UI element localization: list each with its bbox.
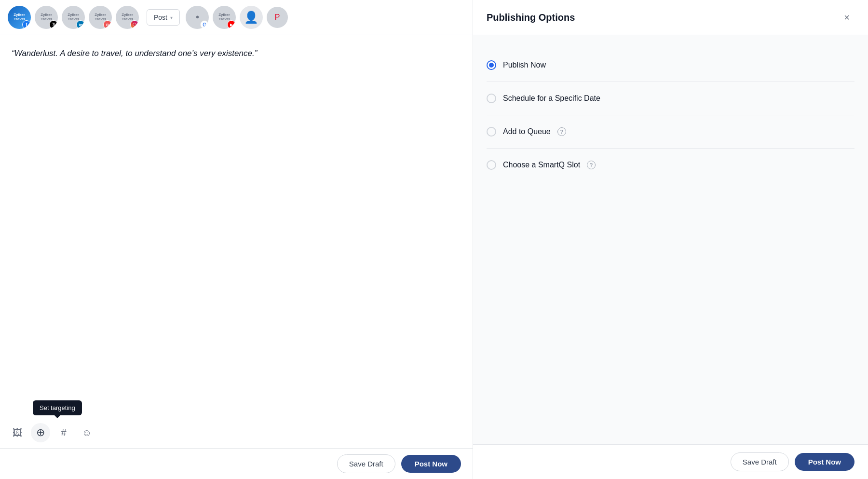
save-draft-button[interactable]: Save Draft: [337, 454, 395, 473]
user-icon: 👤: [244, 11, 258, 24]
avatar-pinterest[interactable]: P: [267, 7, 288, 28]
set-targeting-button[interactable]: ⊕: [31, 423, 50, 442]
avatar-label: ⊕: [196, 15, 199, 20]
hashtag-icon: #: [61, 427, 66, 438]
google-badge: G: [200, 20, 209, 29]
add-image-button[interactable]: 🖼: [8, 423, 27, 442]
bottom-toolbar: Set targeting 🖼 ⊕ # ☺: [0, 417, 473, 448]
add-hashtag-button[interactable]: #: [54, 423, 73, 442]
avatar-label: ZylkerTravel: [218, 13, 230, 22]
emoji-icon: ☺: [82, 427, 92, 438]
radio-add-queue[interactable]: [487, 127, 496, 137]
instagram-badge: ⬡: [130, 20, 139, 29]
options-list: Publish Now Schedule for a Specific Date…: [473, 35, 868, 195]
avatar-zylker-ig[interactable]: ZylkerTravel ⬡: [116, 6, 139, 29]
avatar-zylker-in[interactable]: ZylkerTravel in: [62, 6, 85, 29]
option-label-publish-now: Publish Now: [503, 61, 546, 69]
avatar-zylker-blog[interactable]: ZylkerTravel B: [89, 6, 112, 29]
linkedin-badge: in: [76, 20, 85, 29]
option-label-add-queue: Add to Queue: [503, 127, 551, 136]
avatar-label: ZylkerTravel: [41, 13, 52, 22]
panel-header: Publishing Options ×: [473, 0, 868, 35]
option-label-schedule-date: Schedule for a Specific Date: [503, 94, 600, 103]
panel-footer: Save Draft Post Now: [473, 444, 868, 479]
pinterest-icon: P: [275, 13, 280, 22]
option-label-smartq-slot: Choose a SmartQ Slot: [503, 161, 580, 169]
chevron-down-icon: ▾: [170, 15, 173, 20]
radio-smartq-slot[interactable]: [487, 160, 496, 170]
post-now-button[interactable]: Post Now: [401, 455, 461, 473]
panel-save-draft-button[interactable]: Save Draft: [731, 452, 789, 471]
radio-publish-now[interactable]: [487, 60, 496, 70]
avatar-user[interactable]: 👤: [240, 6, 263, 29]
radio-schedule-date[interactable]: [487, 94, 496, 103]
content-area: “Wanderlust. A desire to travel, to unde…: [0, 35, 473, 417]
blog-badge: B: [103, 20, 112, 29]
post-type-dropdown[interactable]: Post ▾: [147, 9, 180, 26]
publishing-options-panel: Publishing Options × Publish Now Schedul…: [473, 0, 868, 479]
add-emoji-button[interactable]: ☺: [77, 423, 96, 442]
x-badge: 𝕏: [49, 20, 58, 29]
panel-post-now-button[interactable]: Post Now: [795, 453, 854, 471]
option-smartq-slot[interactable]: Choose a SmartQ Slot ?: [487, 149, 854, 181]
option-publish-now[interactable]: Publish Now: [487, 49, 854, 82]
youtube-badge: ▶: [227, 20, 236, 29]
add-queue-help-icon[interactable]: ?: [557, 127, 566, 136]
avatar-zylker-x[interactable]: ZylkerTravel 𝕏: [35, 6, 58, 29]
fb-badge: f: [22, 20, 31, 29]
toolbar: ZylkerTravel f ZylkerTravel 𝕏 ZylkerTrav…: [0, 0, 473, 35]
avatar-zylker-fb[interactable]: ZylkerTravel f: [8, 6, 31, 29]
avatar-label: ZylkerTravel: [68, 13, 79, 22]
close-panel-button[interactable]: ×: [839, 10, 854, 25]
option-schedule-date[interactable]: Schedule for a Specific Date: [487, 82, 854, 115]
avatar-gplus[interactable]: ⊕ G: [186, 6, 209, 29]
avatar-label: ZylkerTravel: [122, 13, 133, 22]
option-add-queue[interactable]: Add to Queue ?: [487, 115, 854, 149]
avatar-label: ZylkerTravel: [95, 13, 106, 22]
footer: Save Draft Post Now: [0, 448, 473, 479]
panel-title: Publishing Options: [487, 12, 575, 23]
avatar-zylker-yt[interactable]: ZylkerTravel ▶: [213, 6, 236, 29]
image-icon: 🖼: [13, 427, 22, 438]
targeting-icon: ⊕: [36, 426, 45, 439]
smartq-help-icon[interactable]: ?: [587, 161, 596, 169]
set-targeting-tooltip: Set targeting: [33, 400, 82, 415]
post-type-label: Post: [154, 14, 167, 21]
post-text[interactable]: “Wanderlust. A desire to travel, to unde…: [12, 47, 461, 60]
